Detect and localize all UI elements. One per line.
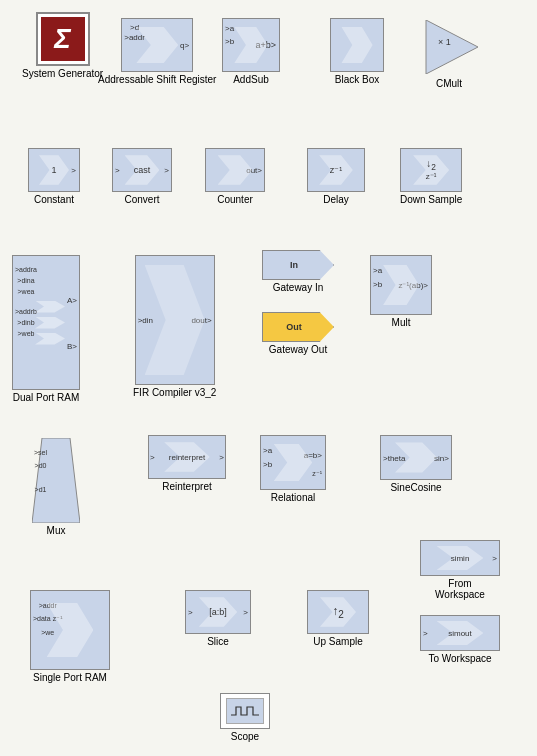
gateway-out-label: Gateway Out	[269, 344, 327, 355]
reinterpret-label: Reinterpret	[162, 481, 211, 492]
sysgen-label: System Generator	[22, 68, 103, 79]
convert-box: > cast >	[112, 148, 172, 192]
block-up-sample[interactable]: ↑2 Up Sample	[307, 590, 369, 647]
block-scope[interactable]: Scope	[220, 693, 270, 742]
block-cmult[interactable]: × 1 CMult	[420, 20, 478, 89]
gateway-out-shape: Out	[262, 312, 334, 342]
upsample-label: Up Sample	[313, 636, 362, 647]
block-single-port-ram[interactable]: >addr >data z⁻¹ >we Single Port RAM	[30, 590, 110, 683]
block-addressable-shift[interactable]: >d >addr q> Addressable Shift Register	[98, 18, 216, 85]
counter-box: out>	[205, 148, 265, 192]
scope-label: Scope	[231, 731, 259, 742]
block-from-workspace[interactable]: simin > FromWorkspace	[420, 540, 500, 600]
sysgen-inner: Σ	[41, 17, 85, 61]
mux-wrapper: >sel >d0 >d1	[32, 438, 80, 523]
single-ram-box: >addr >data z⁻¹ >we	[30, 590, 110, 670]
from-workspace-label: FromWorkspace	[435, 578, 485, 600]
sysgen-x: Σ	[54, 23, 71, 55]
black-box-label: Black Box	[335, 74, 379, 85]
slice-box: > [a:b] >	[185, 590, 251, 634]
constant-label: Constant	[34, 194, 74, 205]
canvas: Σ System Generator >d >addr q> Addressab…	[0, 0, 537, 756]
block-sine-cosine[interactable]: >theta sin> SineCosine	[380, 435, 452, 493]
delay-box: z⁻¹	[307, 148, 365, 192]
relational-label: Relational	[271, 492, 315, 503]
block-addsub[interactable]: >a >b a+b> AddSub	[222, 18, 280, 85]
counter-label: Counter	[217, 194, 253, 205]
scope-screen	[226, 698, 264, 724]
block-gateway-in[interactable]: In Gateway In	[262, 250, 334, 293]
block-constant[interactable]: 1 > Constant	[28, 148, 80, 205]
fir-label: FIR Compiler v3_2	[133, 387, 216, 398]
addsub-label: AddSub	[233, 74, 269, 85]
sine-cosine-box: >theta sin>	[380, 435, 452, 480]
block-convert[interactable]: > cast > Convert	[112, 148, 172, 205]
scope-box	[220, 693, 270, 729]
delay-label: Delay	[323, 194, 349, 205]
scope-wave-svg	[231, 703, 259, 719]
fir-box: >din dout>	[135, 255, 215, 385]
gateway-in-shape: In	[262, 250, 334, 280]
single-ram-label: Single Port RAM	[33, 672, 107, 683]
block-down-sample[interactable]: ↓2 z⁻¹ Down Sample	[400, 148, 462, 205]
dual-ram-label: Dual Port RAM	[13, 392, 80, 403]
block-dual-port-ram[interactable]: >addra >dina >wea >addrb >dinb >web A> B…	[12, 255, 80, 403]
block-relational[interactable]: >a >b a=b> z⁻¹ Relational	[260, 435, 326, 503]
svg-marker-0	[426, 20, 478, 74]
sine-cosine-label: SineCosine	[390, 482, 441, 493]
reinterpret-box: > reinterpret >	[148, 435, 226, 479]
addsub-box: >a >b a+b>	[222, 18, 280, 72]
black-box-box	[330, 18, 384, 72]
mult-box: >a >b z⁻¹(ab)>	[370, 255, 432, 315]
slice-label: Slice	[207, 636, 229, 647]
block-black-box[interactable]: Black Box	[330, 18, 384, 85]
block-reinterpret[interactable]: > reinterpret > Reinterpret	[148, 435, 226, 492]
block-counter[interactable]: out> Counter	[205, 148, 265, 205]
block-system-generator[interactable]: Σ System Generator	[22, 12, 103, 79]
sysgen-box: Σ	[36, 12, 90, 66]
downsample-box: ↓2 z⁻¹	[400, 148, 462, 192]
mult-label: Mult	[392, 317, 411, 328]
block-to-workspace[interactable]: > simout To Workspace	[420, 615, 500, 664]
constant-box: 1 >	[28, 148, 80, 192]
to-workspace-label: To Workspace	[428, 653, 491, 664]
block-mux[interactable]: >sel >d0 >d1 Mux	[32, 438, 80, 536]
relational-box: >a >b a=b> z⁻¹	[260, 435, 326, 490]
addr-shift-label: Addressable Shift Register	[98, 74, 216, 85]
gateway-in-label: Gateway In	[273, 282, 324, 293]
cmult-label: CMult	[436, 78, 462, 89]
from-workspace-box: simin >	[420, 540, 500, 576]
block-slice[interactable]: > [a:b] > Slice	[185, 590, 251, 647]
addr-shift-box: >d >addr q>	[121, 18, 193, 72]
block-mult[interactable]: >a >b z⁻¹(ab)> Mult	[370, 255, 432, 328]
to-workspace-box: > simout	[420, 615, 500, 651]
dual-ram-box: >addra >dina >wea >addrb >dinb >web A> B…	[12, 255, 80, 390]
mux-label: Mux	[47, 525, 66, 536]
block-delay[interactable]: z⁻¹ Delay	[307, 148, 365, 205]
downsample-label: Down Sample	[400, 194, 462, 205]
upsample-box: ↑2	[307, 590, 369, 634]
block-gateway-out[interactable]: Out Gateway Out	[262, 312, 334, 355]
cmult-wrapper: × 1	[420, 20, 478, 76]
svg-text:× 1: × 1	[438, 37, 451, 47]
cmult-triangle-svg: × 1	[420, 20, 478, 74]
block-fir-compiler[interactable]: >din dout> FIR Compiler v3_2	[133, 255, 216, 398]
convert-label: Convert	[124, 194, 159, 205]
